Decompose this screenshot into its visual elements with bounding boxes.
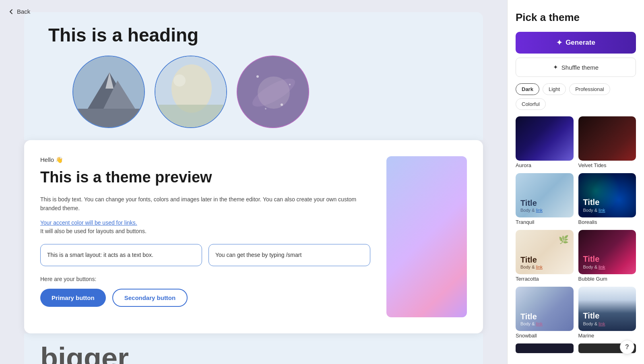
filter-tab-professional[interactable]: Professional	[569, 83, 610, 95]
back-arrow-icon	[8, 8, 14, 15]
tranquil-title: Title	[520, 199, 543, 208]
snowball-title: Title	[520, 312, 543, 321]
theme-card-snowball: Title Body & link	[516, 287, 574, 331]
smart-box-2-text: You can get these by typing /smart	[215, 252, 301, 258]
more-theme-bar-1	[516, 343, 574, 353]
panel-title: Pick a theme	[516, 11, 636, 24]
snow-scene	[155, 56, 226, 127]
marine-body: Body & link	[583, 321, 605, 326]
borealis-title: Title	[583, 197, 605, 207]
slides-area: This is a heading	[24, 4, 483, 364]
back-button[interactable]: Back	[8, 8, 30, 15]
theme-card-terracotta: 🌿 Title Body & link	[516, 230, 574, 274]
terracotta-body: Body & link	[520, 265, 543, 269]
theme-item-aurora[interactable]: Aurora	[516, 116, 574, 168]
theme-grid: Aurora Velvet Tides Title Body & link Tr…	[516, 116, 636, 339]
theme-name-tranquil: Tranquil	[516, 219, 574, 225]
smart-box-1-text: This is a smart layout: it acts as a tex…	[47, 252, 153, 258]
body-text: This is body text. You can change your f…	[40, 195, 370, 213]
link-note: It will also be used for layouts and but…	[40, 228, 370, 234]
theme-name-bubble-gum: Bubble Gum	[578, 276, 636, 282]
theme-name-terracotta: Terracotta	[516, 276, 574, 282]
theme-preview-card: Hello 👋 This is a theme preview This is …	[24, 140, 483, 333]
accent-link[interactable]: Your accent color will be used for links…	[40, 219, 137, 226]
snowball-body: Body & link	[520, 321, 543, 326]
bubblegum-body: Body & link	[583, 265, 605, 269]
more-themes-row	[516, 343, 636, 353]
snow-svg	[155, 56, 227, 128]
theme-item-bubble-gum[interactable]: Title Body & link Bubble Gum	[578, 230, 636, 282]
generate-label: Generate	[566, 39, 595, 47]
theme-name-aurora: Aurora	[516, 162, 574, 168]
theme-card-aurora	[516, 116, 574, 161]
galaxy-scene	[237, 56, 308, 127]
btn-row: Primary button Secondary button	[40, 289, 370, 307]
accent-link-block: Your accent color will be used for links…	[40, 219, 370, 234]
theme-name-marine: Marine	[578, 333, 636, 339]
slide-heading: This is a heading	[40, 24, 467, 46]
help-label: ?	[625, 343, 629, 351]
shuffle-label: Shuffle theme	[561, 64, 599, 71]
generate-button[interactable]: ✦ Generate	[516, 32, 636, 54]
theme-item-snowball[interactable]: Title Body & link Snowball	[516, 287, 574, 339]
bigger-heading: bigger	[40, 341, 467, 364]
theme-card-borealis: Title Body & link	[578, 173, 636, 217]
theme-item-borealis[interactable]: Title Body & link Borealis	[578, 173, 636, 225]
borealis-inner: Title Body & link	[583, 197, 605, 213]
hello-row: Hello 👋	[40, 156, 370, 163]
svg-rect-7	[155, 105, 227, 128]
smart-boxes: This is a smart layout: it acts as a tex…	[40, 244, 370, 266]
theme-name-snowball: Snowball	[516, 333, 574, 339]
slide-section-bottom: bigger This is body text. You can change…	[24, 333, 483, 364]
theme-item-marine[interactable]: Title Body & link Marine	[578, 287, 636, 339]
filter-tab-light[interactable]: Light	[543, 83, 566, 95]
filter-tab-dark[interactable]: Dark	[516, 83, 539, 95]
tranquil-body: Body & link	[520, 208, 543, 213]
tranquil-inner: Title Body & link	[520, 199, 543, 213]
marine-link: link	[599, 321, 605, 326]
filter-tabs: Dark Light Professional Colorful	[516, 83, 636, 110]
bubblegum-title: Title	[583, 254, 605, 264]
theme-item-tranquil[interactable]: Title Body & link Tranquil	[516, 173, 574, 225]
right-panel: Pick a theme ✦ Generate ✦ Shuffle theme …	[507, 0, 644, 364]
svg-point-13	[265, 108, 266, 110]
theme-card-marine: Title Body & link	[578, 287, 636, 331]
card-right-gradient	[386, 156, 467, 317]
shuffle-button[interactable]: ✦ Shuffle theme	[516, 58, 636, 77]
slide-section-top: This is a heading	[24, 12, 483, 140]
theme-name-borealis: Borealis	[578, 219, 636, 225]
circle-image-3	[237, 56, 309, 128]
svg-point-8	[173, 74, 186, 87]
back-label: Back	[17, 8, 30, 15]
terracotta-inner: Title Body & link	[520, 255, 543, 269]
marine-title: Title	[583, 311, 605, 321]
leaf-icon: 🌿	[559, 235, 569, 244]
sparkle-icon: ✦	[556, 38, 562, 47]
theme-item-velvet-tides[interactable]: Velvet Tides	[578, 116, 636, 168]
borealis-link: link	[599, 208, 605, 213]
tranquil-link: link	[536, 208, 543, 213]
marine-inner: Title Body & link	[583, 311, 605, 326]
theme-item-terracotta[interactable]: 🌿 Title Body & link Terracotta	[516, 230, 574, 282]
circle-images-row	[40, 56, 467, 128]
bubblegum-link: link	[599, 265, 605, 269]
theme-card-tranquil: Title Body & link	[516, 173, 574, 217]
secondary-button[interactable]: Secondary button	[112, 289, 188, 307]
card-left: Hello 👋 This is a theme preview This is …	[40, 156, 386, 317]
snowball-inner: Title Body & link	[520, 312, 543, 326]
filter-tab-colorful[interactable]: Colorful	[516, 98, 546, 110]
hello-text: Hello 👋	[40, 156, 63, 163]
mountain-scene	[73, 56, 144, 127]
circle-image-2	[155, 56, 227, 128]
primary-button[interactable]: Primary button	[40, 289, 106, 307]
snowball-link: link	[536, 321, 543, 326]
mountain-svg	[73, 56, 145, 128]
theme-card-velvet-tides	[578, 116, 636, 161]
smart-box-1: This is a smart layout: it acts as a tex…	[40, 244, 202, 266]
circle-image-1	[72, 56, 145, 128]
theme-name-velvet-tides: Velvet Tides	[578, 162, 636, 168]
preview-title: This is a theme preview	[40, 168, 370, 187]
bubblegum-inner: Title Body & link	[583, 254, 605, 269]
help-button[interactable]: ?	[620, 340, 634, 354]
svg-point-14	[281, 103, 283, 106]
